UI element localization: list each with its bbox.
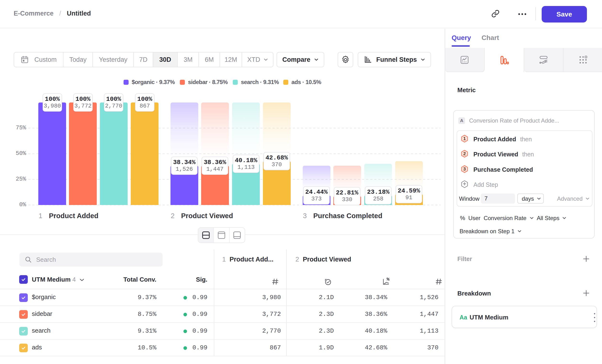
svg-text:2: 2 [463, 151, 466, 156]
svg-text:1: 1 [463, 136, 466, 141]
svg-text:3: 3 [463, 166, 466, 171]
